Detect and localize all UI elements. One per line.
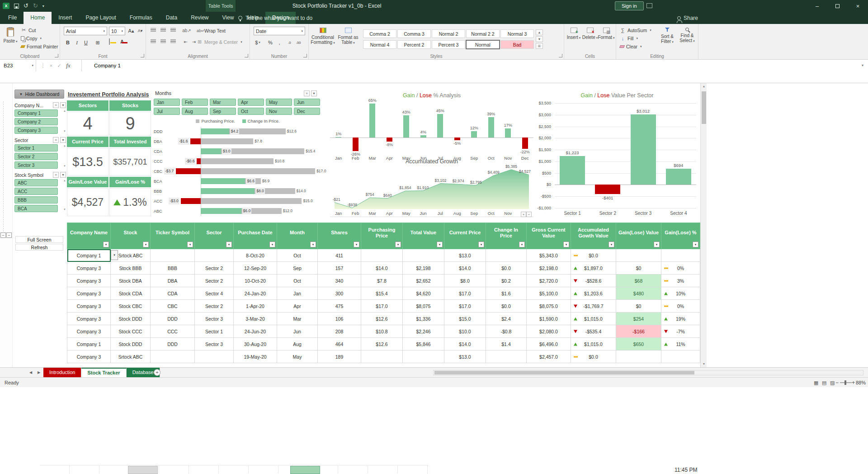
cell[interactable]: $1,336 — [403, 313, 444, 325]
cell[interactable] — [361, 249, 403, 262]
cell-style-comma-2[interactable]: Comma 2 — [363, 29, 396, 38]
filter-button[interactable]: ▾ — [310, 242, 316, 247]
alignment-dialog-launcher-icon[interactable] — [245, 54, 248, 57]
cell[interactable]: $2,720.0 — [527, 275, 571, 287]
cell[interactable]: BBB — [151, 262, 195, 275]
cell[interactable]: $12.6 — [361, 338, 403, 351]
cell[interactable]: Stock CDA — [111, 287, 151, 300]
bold-button[interactable]: B — [64, 38, 72, 47]
cell[interactable] — [616, 249, 661, 262]
cell[interactable]: $1.4 — [486, 338, 527, 351]
font-family-select[interactable]: Arial▾ — [64, 27, 107, 35]
slicer-item-sector-1[interactable]: Sector 1 — [14, 144, 58, 152]
cell[interactable]: $8.0 — [444, 275, 486, 287]
cell[interactable]: $0.0 — [571, 249, 616, 262]
cell[interactable]: $2,080.0 — [527, 325, 571, 338]
cell[interactable]: 411 — [318, 249, 361, 262]
month-sep[interactable]: Sep — [210, 108, 236, 115]
filter-button[interactable]: ▾ — [269, 242, 275, 247]
filter-button[interactable]: ▾ — [693, 242, 698, 247]
clipboard-dialog-launcher-icon[interactable] — [55, 54, 58, 57]
cell[interactable]: Stock DDD — [111, 313, 151, 325]
horizontal-scrollbar[interactable] — [433, 370, 863, 375]
month-jun[interactable]: Jun — [294, 99, 320, 106]
collapse-outline-button[interactable]: − — [0, 232, 6, 238]
clear-filter-icon[interactable]: ▼ — [60, 102, 66, 108]
cell[interactable]: $1,015.0 — [571, 313, 616, 325]
cell[interactable]: $68 — [616, 275, 661, 287]
cell-style-comma-3[interactable]: Comma 3 — [397, 29, 431, 38]
cell[interactable]: 464 — [318, 338, 361, 351]
align-center-icon[interactable] — [159, 38, 168, 46]
cell[interactable]: $7.8 — [361, 275, 403, 287]
cell[interactable]: Company 3 — [67, 275, 111, 287]
slicer-scrollbar[interactable]: ▲▼ — [62, 144, 67, 167]
collapse-outline-button[interactable]: − — [6, 232, 12, 238]
cell[interactable]: $2.4 — [486, 313, 527, 325]
cell[interactable]: 3-Mar-20 — [234, 313, 277, 325]
cell[interactable]: Sep — [277, 262, 318, 275]
col-header-ticker-symbol[interactable]: Ticker Symbol▾ — [151, 223, 195, 249]
cell[interactable]: Jun — [277, 325, 318, 338]
ribbon-tab-insert[interactable]: Insert — [52, 12, 79, 24]
format-painter-button[interactable]: Format Painter — [21, 43, 58, 50]
slicer-item-sector-2[interactable]: Sector 2 — [14, 153, 58, 160]
cell[interactable]: $1,590.0 — [527, 313, 571, 325]
slicer-scrollbar[interactable]: ▲▼ — [62, 179, 67, 211]
cell[interactable]: $2,246 — [403, 325, 444, 338]
cell[interactable]: 0% — [661, 300, 700, 313]
cell-style-normal[interactable]: Normal — [466, 40, 500, 49]
cell[interactable]: Mar — [277, 313, 318, 325]
cell[interactable]: 3% — [661, 275, 700, 287]
cell[interactable]: Stock DDD — [111, 338, 151, 351]
cell[interactable]: $15.4 — [361, 287, 403, 300]
page-layout-view-icon[interactable]: ▤ — [822, 380, 826, 385]
cell[interactable]: Company 3 — [67, 262, 111, 275]
cell[interactable]: $1,015.0 — [571, 338, 616, 351]
fill-color-icon[interactable] — [105, 38, 113, 46]
cell[interactable]: Company 3 — [67, 313, 111, 325]
cell[interactable]: Jan — [277, 287, 318, 300]
cell[interactable] — [361, 351, 403, 363]
slicer-item-company-3[interactable]: Company 3 — [14, 127, 58, 134]
conditional-formatting-button[interactable]: ConditionalFormatting▾ — [311, 26, 335, 51]
minimize-button[interactable]: – — [807, 0, 827, 12]
cell[interactable] — [151, 249, 195, 262]
number-format-select[interactable]: Date▾ — [254, 27, 305, 35]
cell[interactable]: -$535.4 — [571, 325, 616, 338]
normal-view-icon[interactable]: ▦ — [814, 380, 818, 385]
comma-format-icon[interactable]: , — [275, 38, 283, 47]
multi-select-icon[interactable]: ≡ — [53, 137, 59, 143]
chart-zoom-widget[interactable]: +− — [521, 212, 532, 217]
cell[interactable]: 106 — [318, 313, 361, 325]
col-header-current-price[interactable]: Current Price▾ — [444, 223, 486, 249]
ribbon-tab-review[interactable]: Review — [184, 12, 215, 24]
ribbon-tab-formulas[interactable]: Formulas — [123, 12, 159, 24]
cell-style-normal-2-2[interactable]: Normal 2 2 — [466, 29, 500, 38]
cell[interactable]: $10.0 — [444, 325, 486, 338]
cell[interactable]: Sector 4 — [195, 287, 234, 300]
slicer-scrollbar[interactable]: ▲▼ — [62, 109, 67, 133]
cell[interactable]: May — [277, 351, 318, 363]
cell[interactable]: 208 — [318, 325, 361, 338]
format-as-table-button[interactable]: Format asTable▾ — [336, 26, 360, 51]
cell[interactable]: $650 — [616, 338, 661, 351]
format-cells-button[interactable]: ▦ Format▾ — [599, 26, 614, 51]
col-header-gross-current-value[interactable]: Gross Current Value▾ — [527, 223, 571, 249]
font-size-select[interactable]: 10▾ — [109, 27, 125, 35]
filter-button[interactable]: ▾ — [226, 242, 232, 247]
cell[interactable]: $2,457.0 — [527, 351, 571, 363]
col-header-stock[interactable]: Stock▾ — [111, 223, 151, 249]
cell[interactable]: $15.0 — [444, 313, 486, 325]
cell[interactable]: $4,620 — [403, 287, 444, 300]
cell[interactable]: 30-Aug-20 — [234, 338, 277, 351]
tell-me-box[interactable]: Tell me what you want to do — [238, 12, 312, 24]
merge-center-button[interactable]: ⊞Merge & Center▾ — [197, 38, 242, 46]
cell[interactable]: 10-Oct-20 — [234, 275, 277, 287]
expand-formula-bar-icon[interactable]: ▾ — [862, 63, 863, 67]
full-screen-button[interactable]: Full Screen — [15, 236, 63, 243]
cell[interactable]: $5,343.0 — [527, 249, 571, 262]
autosum-button[interactable]: ∑AutoSum▾ — [620, 26, 651, 34]
cell[interactable] — [195, 249, 234, 262]
align-middle-icon[interactable] — [159, 26, 168, 34]
